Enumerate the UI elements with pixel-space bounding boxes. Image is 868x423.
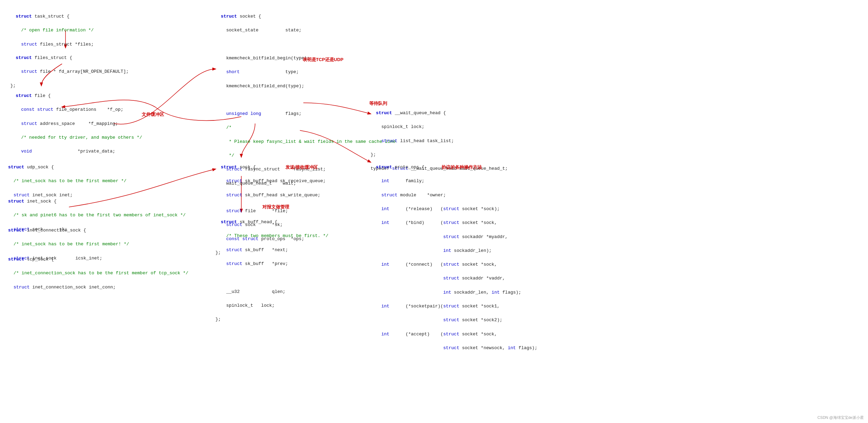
wait-queue-annotation: 等待队列 — [364, 93, 387, 107]
proto-ops-annotation: 协议的各种操作方法 — [436, 157, 482, 171]
file-struct-block: struct file { const struct file_operatio… — [10, 86, 142, 155]
watermark: CSDN @海绵宝宝de派小星 — [817, 415, 864, 420]
tcp-sock-block: struct tcp_sock { /* inet_connection_soc… — [3, 249, 188, 291]
files-struct-block: struct files_struct { struct file * fd_a… — [10, 48, 129, 89]
sk-buff-annotation: 对报文做管理 — [257, 197, 289, 211]
file-annotation: 文件缓冲区 — [136, 104, 164, 118]
tcp-udp-annotation: 表明是TCP还是UDP — [297, 49, 343, 63]
proto-ops-block: struct proto_ops { int family; struct mo… — [371, 157, 537, 352]
task-struct-keyword: struct — [16, 14, 32, 19]
sock-annotation: 发送/接收缓冲区 — [280, 157, 318, 171]
task-struct-comment: /* open file information */ — [10, 28, 94, 33]
sk-buff-head-block: struct sk_buff_head { /* These two membe… — [215, 212, 329, 323]
